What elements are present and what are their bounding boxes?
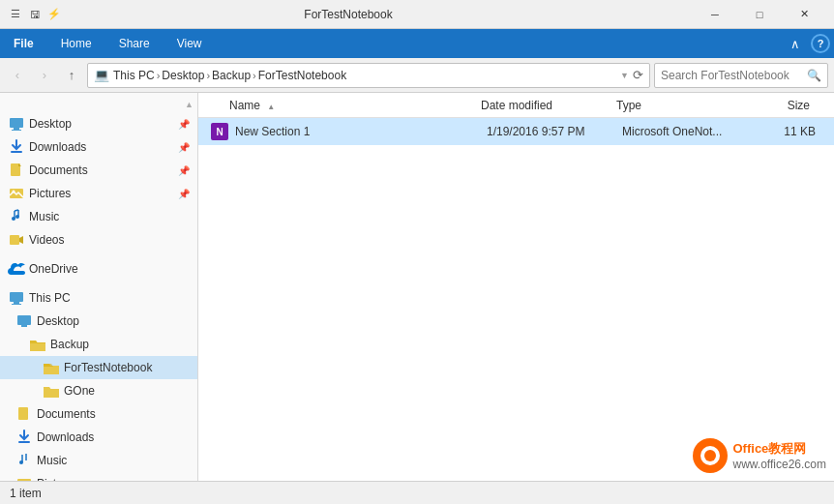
column-header-date[interactable]: Date modified — [481, 99, 616, 112]
back-button[interactable]: ‹ — [6, 64, 29, 87]
desktop2-icon — [15, 312, 33, 330]
sidebar-item-documents2[interactable]: Documents — [0, 402, 197, 426]
svg-point-7 — [12, 217, 15, 221]
sidebar-label-videos: Videos — [29, 233, 190, 247]
address-part-thispc[interactable]: This PC — [113, 69, 155, 82]
svg-rect-13 — [17, 315, 31, 325]
address-part-current[interactable]: ForTestNotebook — [258, 69, 346, 82]
sidebar-label-pictures: Pictures — [29, 187, 176, 200]
svg-rect-10 — [10, 292, 23, 302]
ribbon-collapse-button[interactable]: ∧ — [784, 32, 807, 55]
onenote-icon: N — [211, 123, 228, 140]
ribbon-tab-home[interactable]: Home — [47, 29, 105, 58]
sidebar-item-downloads[interactable]: Downloads 📌 — [0, 135, 197, 159]
ribbon-tabs: Home Share View — [47, 29, 216, 58]
watermark: Office教程网 www.office26.com — [693, 438, 827, 473]
ribbon-tab-share[interactable]: Share — [105, 29, 164, 58]
file-header[interactable]: Name ▲ Date modified Type Size — [198, 93, 834, 118]
sidebar-item-desktop[interactable]: Desktop 📌 — [0, 112, 197, 135]
window-title: ForTestNotebook — [4, 8, 693, 21]
documents-icon — [8, 162, 25, 179]
address-part-backup[interactable]: Backup — [212, 69, 251, 82]
sidebar-item-onedrive[interactable]: OneDrive — [0, 257, 197, 281]
address-sep-1: › — [157, 70, 161, 81]
svg-rect-12 — [12, 304, 21, 305]
desktop-icon — [8, 115, 25, 133]
pin-icon-downloads: 📌 — [178, 142, 190, 153]
music-icon — [8, 208, 25, 225]
pin-icon-documents: 📌 — [178, 165, 190, 176]
svg-rect-15 — [18, 407, 28, 420]
file-empty-area — [198, 145, 834, 481]
title-bar: ☰ 🖫 ⚡ ForTestNotebook ─ □ ✕ — [0, 0, 834, 29]
ribbon: File Home Share View ∧ ? — [0, 29, 834, 58]
fortestnotebook-folder-icon — [43, 359, 60, 376]
address-refresh-button[interactable]: ⟳ — [633, 68, 643, 82]
sidebar-scroll-up[interactable]: ▲ — [185, 100, 194, 109]
toolbar: ‹ › ↑ 💻 This PC › Desktop › Backup › For… — [0, 58, 834, 93]
ribbon-help-button[interactable]: ? — [811, 34, 830, 53]
watermark-line1: Office教程网 — [733, 440, 827, 458]
file-date-cell: 1/19/2016 9:57 PM — [487, 125, 622, 138]
file-area: Name ▲ Date modified Type Size N New Sec… — [198, 93, 834, 481]
ribbon-file-tab[interactable]: File — [0, 29, 47, 58]
address-dropdown-icon[interactable]: ▼ — [620, 71, 629, 80]
forward-button[interactable]: › — [33, 64, 56, 87]
address-parts: This PC › Desktop › Backup › ForTestNote… — [113, 69, 616, 82]
sidebar-item-documents[interactable]: Documents 📌 — [0, 159, 197, 182]
thispc-icon — [8, 289, 25, 307]
sidebar-item-thispc[interactable]: This PC — [0, 286, 197, 310]
address-part-desktop[interactable]: Desktop — [162, 69, 204, 82]
pin-icon-desktop: 📌 — [178, 119, 190, 130]
svg-rect-9 — [10, 235, 19, 245]
svg-rect-1 — [14, 128, 19, 130]
svg-rect-18 — [17, 479, 31, 481]
column-header-type[interactable]: Type — [616, 99, 732, 112]
ribbon-tab-view[interactable]: View — [164, 29, 216, 58]
sidebar-item-downloads2[interactable]: Downloads — [0, 426, 197, 449]
search-input[interactable] — [661, 69, 807, 82]
sort-indicator: ▲ — [267, 103, 275, 111]
status-bar: 1 item — [0, 481, 834, 504]
sidebar-item-pictures[interactable]: Pictures 📌 — [0, 182, 197, 205]
sidebar-label-desktop2: Desktop — [37, 314, 190, 328]
ribbon-right: ∧ ? — [784, 32, 834, 55]
svg-rect-16 — [18, 441, 30, 443]
sidebar-label-pictures2: Pictures — [37, 477, 190, 481]
watermark-line2: www.office26.com — [733, 458, 827, 471]
svg-rect-0 — [10, 118, 23, 128]
column-header-name[interactable]: Name ▲ — [229, 99, 481, 112]
up-button[interactable]: ↑ — [60, 64, 83, 87]
sidebar-item-pictures2[interactable]: Pictures — [0, 472, 197, 481]
search-bar[interactable]: 🔍 — [654, 63, 828, 88]
address-bar[interactable]: 💻 This PC › Desktop › Backup › ForTestNo… — [87, 63, 650, 88]
file-name-cell: New Section 1 — [235, 125, 487, 138]
search-icon[interactable]: 🔍 — [807, 69, 821, 82]
column-header-size[interactable]: Size — [732, 99, 810, 112]
documents2-icon — [15, 405, 33, 423]
sidebar-label-documents2: Documents — [37, 407, 190, 421]
sidebar-item-music[interactable]: Music — [0, 205, 197, 228]
file-row[interactable]: N New Section 1 1/19/2016 9:57 PM Micros… — [198, 118, 834, 145]
sidebar-label-gone: GOne — [64, 384, 190, 398]
backup-folder-icon — [29, 336, 46, 353]
file-icon-onenote: N — [210, 122, 229, 141]
close-button[interactable]: ✕ — [782, 0, 826, 29]
sidebar-item-gone[interactable]: GOne — [0, 379, 197, 402]
music2-icon — [15, 452, 33, 469]
watermark-logo — [693, 438, 728, 473]
sidebar-item-backup[interactable]: Backup — [0, 333, 197, 356]
status-text: 1 item — [10, 487, 42, 500]
minimize-button[interactable]: ─ — [693, 0, 737, 29]
sidebar-item-fortestnotebook[interactable]: ForTestNotebook — [0, 356, 197, 379]
pin-icon-pictures: 📌 — [178, 189, 190, 199]
sidebar-label-backup: Backup — [50, 338, 190, 351]
maximize-button[interactable]: □ — [737, 0, 782, 29]
address-sep-3: › — [253, 70, 256, 81]
svg-rect-2 — [12, 130, 21, 131]
onedrive-icon — [8, 260, 25, 278]
sidebar-label-music2: Music — [37, 454, 190, 467]
sidebar-item-desktop2[interactable]: Desktop — [0, 310, 197, 333]
sidebar-item-music2[interactable]: Music — [0, 449, 197, 472]
sidebar-item-videos[interactable]: Videos — [0, 228, 197, 252]
